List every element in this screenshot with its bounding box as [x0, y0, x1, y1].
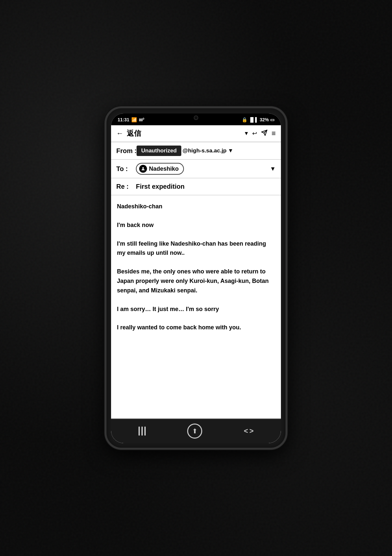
nav-bar: ← 返信 ▼ ↩ ≡: [111, 125, 281, 142]
from-label: From :: [116, 147, 137, 155]
prev-button[interactable]: <: [244, 427, 248, 435]
body-paragraph-5: I am sorry… It just me… I'm so sorry: [117, 304, 275, 314]
nav-chevrons: < >: [244, 427, 254, 435]
recipient-bubble[interactable]: Nadeshiko: [136, 163, 184, 175]
phone-device: 11:31 📶 ✉0 🔒 ▐▌▌ 32% ▭ ← 返信 ▼ ↩: [105, 106, 287, 450]
body-paragraph-4: Besides me, the only ones who were able …: [117, 267, 275, 295]
nav-icons: ↩ ≡: [252, 129, 276, 138]
body-paragraph-1: Nadeshiko-chan: [117, 202, 275, 211]
body-paragraph-6: I really wanted to come back home with y…: [117, 323, 275, 332]
mail-notification-icon: ✉0: [139, 117, 144, 123]
recipient-name: Nadeshiko: [149, 165, 179, 172]
phone-camera: [194, 115, 198, 120]
next-button[interactable]: >: [249, 427, 253, 435]
bottom-bar: ⬆ < >: [111, 419, 281, 443]
to-label: To :: [116, 165, 136, 173]
menu-button[interactable]: [139, 426, 146, 436]
home-button[interactable]: ⬆: [187, 424, 202, 439]
email-body: Nadeshiko-chan I'm back now I'm still fe…: [111, 195, 281, 419]
email-header: From : Unauthorized @high-s.sa.ac.jp ▼ T…: [111, 142, 281, 195]
to-recipient-area: Nadeshiko: [136, 163, 270, 175]
from-badge[interactable]: Unauthorized: [137, 146, 181, 156]
nav-title: 返信: [127, 129, 240, 138]
svg-point-2: [142, 167, 144, 169]
back-button[interactable]: ←: [116, 129, 123, 138]
body-paragraph-2: I'm back now: [117, 220, 275, 230]
re-subject[interactable]: First expedition: [136, 183, 185, 190]
re-row: Re : First expedition: [111, 178, 281, 195]
from-email: @high-s.sa.ac.jp ▼: [183, 148, 234, 154]
battery-level: 32%: [260, 117, 269, 122]
menu-icon[interactable]: ≡: [271, 129, 276, 138]
time-display: 11:31: [118, 117, 129, 122]
battery-icon: ▭: [270, 117, 274, 122]
from-dropdown-icon[interactable]: ▼: [228, 148, 234, 154]
reply-icon[interactable]: ↩: [252, 130, 257, 137]
wifi-icon: 📶: [131, 117, 137, 122]
body-paragraph-3: I'm still feeling like Nadeshiko-chan ha…: [117, 239, 275, 258]
phone-screen: 11:31 📶 ✉0 🔒 ▐▌▌ 32% ▭ ← 返信 ▼ ↩: [111, 113, 281, 443]
signal-bars-icon: ▐▌▌: [249, 117, 258, 122]
status-left: 11:31 📶 ✉0: [118, 117, 144, 123]
recipient-avatar: [139, 165, 147, 173]
re-label: Re :: [116, 183, 136, 190]
nav-dropdown-icon[interactable]: ▼: [244, 130, 249, 136]
to-dropdown-icon[interactable]: ▼: [270, 165, 276, 172]
home-icon: ⬆: [192, 427, 198, 435]
lock-icon: 🔒: [242, 117, 247, 122]
to-row: To : Nadeshiko ▼: [111, 160, 281, 178]
from-row: From : Unauthorized @high-s.sa.ac.jp ▼: [111, 142, 281, 160]
send-icon[interactable]: [261, 130, 268, 137]
status-right: 🔒 ▐▌▌ 32% ▭: [242, 117, 274, 122]
